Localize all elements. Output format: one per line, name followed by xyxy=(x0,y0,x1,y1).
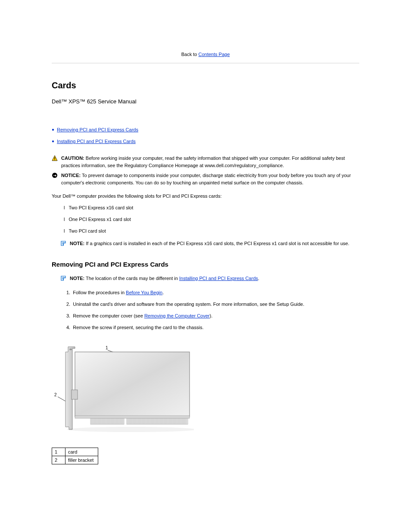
note-icon xyxy=(60,240,66,246)
list-item: l One PCI Express x1 card slot xyxy=(64,216,359,223)
figure-svg-wrap: 1 2 xyxy=(52,339,194,438)
contents-link[interactable]: Contents Page xyxy=(198,52,230,57)
step-number: 2. xyxy=(66,301,70,308)
back-link-row: Back to Contents Page xyxy=(52,52,359,57)
page-subtitle: Dell™ XPS™ 625 Service Manual xyxy=(52,98,359,105)
step-number: 4. xyxy=(66,324,70,331)
procedure-steps: 1. Follow the procedures in Before You B… xyxy=(66,289,359,331)
svg-rect-15 xyxy=(75,416,190,418)
figure-label-2: 2 xyxy=(54,392,57,397)
card-illustration xyxy=(52,339,194,438)
step-link[interactable]: Before You Begin xyxy=(126,290,162,295)
note2-text: NOTE: The location of the cards may be d… xyxy=(70,275,259,282)
notice-text: NOTICE: To prevent damage to components … xyxy=(61,172,359,187)
legend-num: 2 xyxy=(52,456,65,464)
svg-rect-14 xyxy=(72,390,78,399)
list-marker: l xyxy=(64,227,66,235)
caution-body: Before working inside your computer, rea… xyxy=(61,156,345,168)
notice-callout: NOTICE: To prevent damage to components … xyxy=(52,172,359,187)
section-link-installing-label[interactable]: Installing PCI and PCI Express Cards xyxy=(57,138,136,145)
svg-rect-1 xyxy=(54,157,55,159)
note2-label: NOTE: xyxy=(70,276,84,281)
back-link-prefix: Back to xyxy=(181,52,199,57)
list-marker: l xyxy=(64,204,66,212)
section-link-removing[interactable]: ● Removing PCI and PCI Express Cards xyxy=(52,126,359,134)
list-item: l Two PCI Express x16 card slot xyxy=(64,204,359,212)
table-row: 2 filler bracket xyxy=(52,456,98,464)
notice-icon xyxy=(52,172,58,178)
svg-point-12 xyxy=(69,348,72,350)
svg-rect-13 xyxy=(75,352,190,417)
svg-rect-2 xyxy=(54,159,55,160)
svg-point-89 xyxy=(67,427,194,432)
section-heading-removing: Removing PCI and PCI Express Cards xyxy=(52,261,359,268)
table-row: 1 card xyxy=(52,448,98,456)
note2-after: . xyxy=(258,276,259,281)
note2-callout: NOTE: The location of the cards may be d… xyxy=(52,275,359,282)
list-item: l Two PCI card slot xyxy=(64,227,359,235)
legend-text: card xyxy=(65,448,98,456)
page-title: Cards xyxy=(52,81,359,90)
legend-num: 1 xyxy=(52,448,65,456)
note-body: If a graphics card is installed in each … xyxy=(84,241,349,246)
note-icon xyxy=(60,275,66,281)
note-callout: NOTE: If a graphics card is installed in… xyxy=(52,240,359,247)
caution-callout: CAUTION: Before working inside your comp… xyxy=(52,155,359,169)
caution-label: CAUTION: xyxy=(61,156,84,161)
step-text: Remove the screw if present, securing th… xyxy=(73,324,203,331)
document-page: Back to Contents Page Cards Dell™ XPS™ 6… xyxy=(0,0,411,490)
slot-list: l Two PCI Express x16 card slot l One PC… xyxy=(64,204,359,235)
note-text: NOTE: If a graphics card is installed in… xyxy=(70,240,349,247)
step-link[interactable]: Removing the Computer Cover xyxy=(144,313,210,318)
note2-link[interactable]: Installing PCI and PCI Express Cards xyxy=(179,276,258,281)
notice-label: NOTICE: xyxy=(61,173,81,178)
step-text: Remove the computer cover (see Removing … xyxy=(73,312,212,320)
list-item: 1. Follow the procedures in Before You B… xyxy=(66,289,359,296)
list-marker: l xyxy=(64,216,66,223)
step-number: 3. xyxy=(66,312,70,320)
bullet-icon: ● xyxy=(52,126,54,134)
note-label: NOTE: xyxy=(70,241,84,246)
intro-text: Your Dell™ computer provides the followi… xyxy=(52,193,359,200)
list-item: 3. Remove the computer cover (see Removi… xyxy=(66,312,359,320)
note2-before: The location of the cards may be differe… xyxy=(84,276,179,281)
list-item: 4. Remove the screw if present, securing… xyxy=(66,324,359,331)
step-text: Uninstall the card's driver and software… xyxy=(73,301,304,308)
notice-body: To prevent damage to components inside y… xyxy=(61,173,351,185)
caution-text: CAUTION: Before working inside your comp… xyxy=(61,155,359,169)
section-link-installing[interactable]: ● Installing PCI and PCI Express Cards xyxy=(52,138,359,145)
figure-label-1: 1 xyxy=(106,345,108,350)
bullet-icon: ● xyxy=(52,138,54,145)
figure-card: 1 2 xyxy=(52,339,194,438)
caution-icon xyxy=(52,155,58,161)
figure-legend-table: 1 card 2 filler bracket xyxy=(52,448,98,464)
step-text: Follow the procedures in Before You Begi… xyxy=(73,289,164,296)
section-link-removing-label[interactable]: Removing PCI and PCI Express Cards xyxy=(57,126,138,134)
list-item: 2. Uninstall the card's driver and softw… xyxy=(66,301,359,308)
legend-text: filler bracket xyxy=(65,456,98,464)
step-number: 1. xyxy=(66,289,70,296)
divider xyxy=(52,63,359,63)
